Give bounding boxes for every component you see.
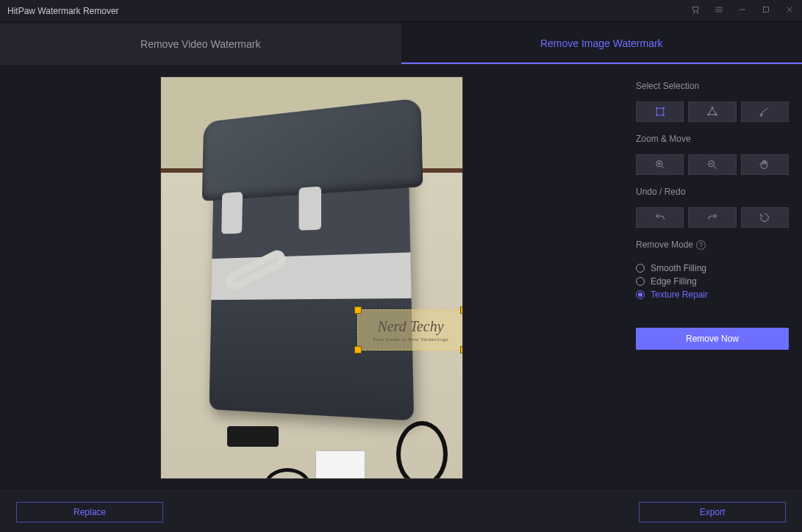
svg-line-23 bbox=[714, 166, 716, 168]
tabbar: Remove Video Watermark Remove Image Wate… bbox=[0, 24, 802, 65]
tool-polygon-select[interactable] bbox=[688, 101, 736, 122]
cart-icon[interactable] bbox=[690, 4, 701, 17]
tab-image[interactable]: Remove Image Watermark bbox=[401, 24, 803, 64]
remove-now-button[interactable]: Remove Now bbox=[636, 328, 789, 350]
remove-now-label: Remove Now bbox=[686, 334, 739, 344]
svg-point-17 bbox=[760, 114, 762, 116]
mode-label: Texture Repair bbox=[651, 290, 708, 300]
menu-icon[interactable] bbox=[714, 4, 724, 17]
replace-label: Replace bbox=[74, 507, 106, 517]
loaded-image[interactable]: Nerd Techy Your Guide to New Technology bbox=[160, 76, 463, 479]
svg-rect-6 bbox=[764, 7, 769, 12]
tool-undo[interactable] bbox=[636, 207, 684, 228]
radio-icon bbox=[636, 290, 645, 299]
section-select-label: Select Selection bbox=[636, 81, 789, 91]
section-undo-label: Undo / Redo bbox=[636, 187, 789, 197]
close-icon[interactable] bbox=[784, 4, 795, 17]
watermark-line1: Nerd Techy bbox=[377, 318, 443, 335]
selection-handle-tl[interactable] bbox=[354, 306, 362, 314]
window-controls bbox=[690, 4, 795, 17]
selection-box[interactable]: Nerd Techy Your Guide to New Technology bbox=[357, 309, 463, 351]
section-mode-label: Remove Mode ? bbox=[636, 240, 789, 250]
svg-point-1 bbox=[697, 12, 698, 13]
titlebar: HitPaw Watermark Remover bbox=[0, 0, 802, 22]
tool-pan[interactable] bbox=[741, 154, 789, 175]
app-title: HitPaw Watermark Remover bbox=[7, 6, 119, 16]
tool-brush-select[interactable] bbox=[741, 101, 789, 122]
tool-redo[interactable] bbox=[688, 207, 736, 228]
radio-icon bbox=[636, 264, 645, 273]
canvas-area[interactable]: Nerd Techy Your Guide to New Technology bbox=[0, 65, 623, 491]
tool-reset[interactable] bbox=[741, 207, 789, 228]
selection-handle-bl[interactable] bbox=[354, 346, 362, 353]
export-label: Export bbox=[700, 507, 726, 517]
svg-point-0 bbox=[693, 12, 695, 13]
svg-line-19 bbox=[662, 166, 664, 168]
tool-zoom-in[interactable] bbox=[636, 154, 684, 175]
radio-icon bbox=[636, 277, 645, 286]
mode-smooth-filling[interactable]: Smooth Filling bbox=[636, 263, 789, 273]
mode-texture-repair[interactable]: Texture Repair bbox=[636, 290, 789, 300]
minimize-icon[interactable] bbox=[737, 4, 748, 17]
footer: Replace Export bbox=[0, 491, 802, 532]
tool-rectangle-select[interactable] bbox=[636, 101, 684, 122]
selection-handle-tr[interactable] bbox=[460, 306, 463, 314]
maximize-icon[interactable] bbox=[761, 4, 771, 17]
tool-zoom-out[interactable] bbox=[688, 154, 736, 175]
help-icon[interactable]: ? bbox=[696, 240, 706, 250]
tab-image-label: Remove Image Watermark bbox=[540, 37, 663, 49]
watermark-line2: Your Guide to New Technology bbox=[373, 337, 448, 342]
svg-rect-9 bbox=[656, 108, 663, 115]
replace-button[interactable]: Replace bbox=[16, 502, 163, 522]
mode-label: Smooth Filling bbox=[651, 263, 706, 273]
selection-handle-br[interactable] bbox=[460, 346, 463, 353]
section-zoom-label: Zoom & Move bbox=[636, 134, 789, 144]
watermark-text: Nerd Techy Your Guide to New Technology bbox=[358, 310, 463, 350]
sidebar: Select Selection Zoom & Move Und bbox=[623, 65, 802, 491]
tab-video-label: Remove Video Watermark bbox=[140, 38, 260, 50]
export-button[interactable]: Export bbox=[639, 502, 786, 522]
tab-video[interactable]: Remove Video Watermark bbox=[0, 24, 401, 64]
mode-label: Edge Filling bbox=[651, 276, 697, 287]
mode-edge-filling[interactable]: Edge Filling bbox=[636, 276, 789, 287]
main-area: Nerd Techy Your Guide to New Technology … bbox=[0, 65, 802, 491]
